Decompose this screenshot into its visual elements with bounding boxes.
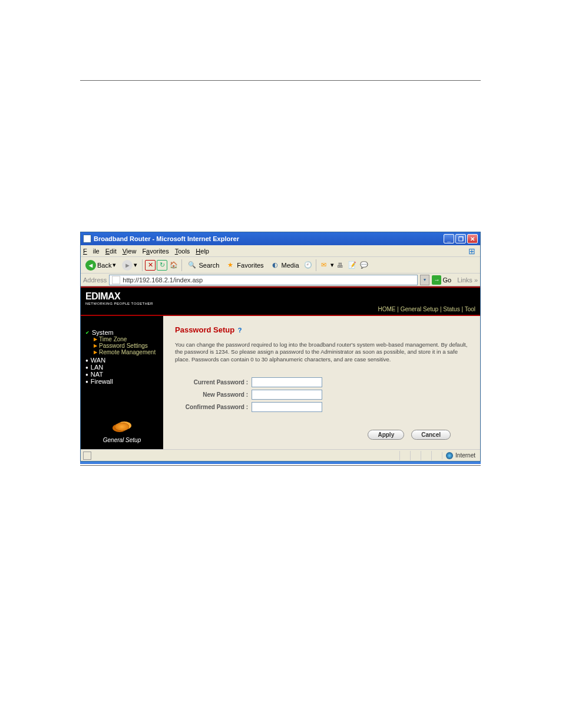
page-icon [112, 276, 120, 284]
confirm-password-input[interactable] [252, 402, 322, 412]
apply-button[interactable]: Apply [368, 430, 404, 440]
bullet-icon: ● [85, 372, 88, 377]
sidebar-item-system[interactable]: ✔ System [85, 329, 158, 336]
star-icon: ★ [225, 260, 236, 271]
confirm-password-label: Confirmed Password : [175, 404, 252, 410]
arrow-icon: ▶ [94, 337, 97, 342]
arrow-icon: ▶ [94, 343, 97, 348]
arrow-icon: ▶ [94, 350, 97, 355]
sidebar-item-lan[interactable]: ● LAN [85, 364, 158, 371]
favorites-button[interactable]: ★ Favorites [223, 259, 266, 272]
status-pane [431, 451, 442, 460]
address-input[interactable]: http://192.168.2.1/index.asp [109, 275, 418, 285]
refresh-button[interactable]: ↻ [157, 260, 167, 271]
check-icon: ✔ [85, 330, 90, 335]
bullet-icon: ● [85, 379, 88, 384]
browser-window: Broadband Router - Microsoft Internet Ex… [80, 232, 481, 462]
media-icon: ◐ [270, 260, 280, 271]
address-dropdown-icon[interactable]: ▾ [420, 275, 429, 285]
search-button[interactable]: 🔍 Search [184, 259, 222, 272]
back-icon: ◄ [85, 260, 96, 271]
windows-logo-icon [468, 246, 478, 256]
minimize-button[interactable]: _ [444, 234, 454, 243]
go-icon: → [432, 275, 441, 285]
toolbar: ◄ Back ▾ ► ▾ ✕ ↻ 🏠 🔍 Search ★ Favorites [81, 257, 480, 274]
current-password-label: Current Password : [175, 379, 252, 386]
window-title: Broadband Router - Microsoft Internet Ex… [94, 235, 444, 242]
toolbar-separator [181, 259, 182, 271]
menu-help[interactable]: Help [196, 248, 209, 255]
main-content: Password Setup ? You can change the pass… [163, 316, 480, 449]
menu-bar: File Edit View Favorites Tools Help [81, 245, 480, 257]
bullet-icon: ● [85, 358, 88, 363]
help-icon[interactable]: ? [238, 327, 242, 334]
status-bar: Internet [81, 449, 480, 461]
bottom-rule [80, 465, 481, 466]
nav-tool[interactable]: Tool [465, 306, 475, 312]
top-rule [80, 80, 481, 81]
menu-view[interactable]: View [123, 248, 137, 255]
taskbar-peek [80, 462, 481, 464]
page-description: You can change the password required to … [175, 341, 468, 363]
nav-general[interactable]: General Setup [401, 306, 439, 312]
search-icon: 🔍 [187, 260, 197, 271]
forward-button[interactable]: ► ▾ [120, 259, 140, 272]
forward-icon: ► [122, 260, 133, 271]
page-title: Password Setup ? [175, 325, 468, 334]
top-nav: HOME | General Setup | Status | Tool [378, 306, 475, 312]
discuss-button[interactable]: 💬 [359, 260, 369, 271]
menu-edit[interactable]: Edit [105, 248, 117, 255]
title-bar: Broadband Router - Microsoft Internet Ex… [81, 232, 480, 245]
maximize-button[interactable]: ❐ [455, 234, 466, 243]
menu-tools[interactable]: Tools [175, 248, 190, 255]
print-button[interactable]: 🖶 [335, 260, 346, 271]
stop-button[interactable]: ✕ [145, 260, 156, 271]
sidebar-item-firewall[interactable]: ● Firewall [85, 378, 158, 385]
sidebar-item-remote[interactable]: ▶ Remote Management [94, 349, 158, 355]
current-password-input[interactable] [252, 377, 322, 387]
nav-status[interactable]: Status [443, 306, 459, 312]
sidebar-item-nat[interactable]: ● NAT [85, 371, 158, 378]
mail-button[interactable]: ✉ [319, 260, 329, 271]
new-password-input[interactable] [252, 390, 322, 400]
nav-home[interactable]: HOME [378, 306, 395, 312]
internet-zone-icon [446, 452, 453, 459]
history-button[interactable]: 🕘 [303, 260, 313, 271]
brand-name: EDIMAX [85, 291, 153, 302]
address-url: http://192.168.2.1/index.asp [123, 276, 203, 284]
status-pane [421, 451, 431, 460]
mail-dropdown-icon[interactable]: ▾ [330, 261, 334, 269]
address-label: Address [83, 276, 107, 284]
home-button[interactable]: 🏠 [168, 260, 179, 271]
brand-logo: EDIMAX NETWORKING PEOPLE TOGETHER [85, 291, 153, 305]
menu-file[interactable]: File [83, 248, 100, 255]
general-setup-icon [113, 423, 131, 434]
brand-tagline: NETWORKING PEOPLE TOGETHER [85, 302, 153, 305]
sidebar-caption: General Setup [81, 437, 163, 443]
status-pane [399, 451, 410, 460]
toolbar-separator [142, 259, 143, 271]
address-bar: Address http://192.168.2.1/index.asp ▾ →… [81, 274, 480, 286]
page-header: EDIMAX NETWORKING PEOPLE TOGETHER HOME |… [81, 286, 480, 315]
sidebar-item-password[interactable]: ▶ Password Settings [94, 342, 158, 349]
media-button[interactable]: ◐ Media [267, 259, 302, 272]
ie-icon [83, 235, 91, 243]
new-password-label: New Password : [175, 391, 252, 398]
go-button[interactable]: → Go [432, 275, 451, 285]
done-icon [83, 452, 91, 460]
back-button[interactable]: ◄ Back ▾ [83, 259, 118, 272]
status-pane [410, 451, 421, 460]
sidebar: ✔ System ▶ Time Zone ▶ Password Settings… [81, 316, 163, 449]
internet-zone-label: Internet [455, 452, 475, 459]
sidebar-item-wan[interactable]: ● WAN [85, 357, 158, 364]
bullet-icon: ● [85, 365, 88, 370]
edit-button[interactable]: 📝 [347, 260, 358, 271]
links-label[interactable]: Links » [457, 276, 478, 284]
cancel-button[interactable]: Cancel [411, 430, 451, 440]
close-button[interactable]: ✕ [467, 234, 478, 243]
menu-favorites[interactable]: Favorites [142, 248, 168, 255]
back-dropdown-icon[interactable]: ▾ [113, 261, 116, 269]
sidebar-item-timezone[interactable]: ▶ Time Zone [94, 336, 158, 342]
toolbar-separator [316, 259, 316, 271]
forward-dropdown-icon[interactable]: ▾ [134, 261, 137, 269]
